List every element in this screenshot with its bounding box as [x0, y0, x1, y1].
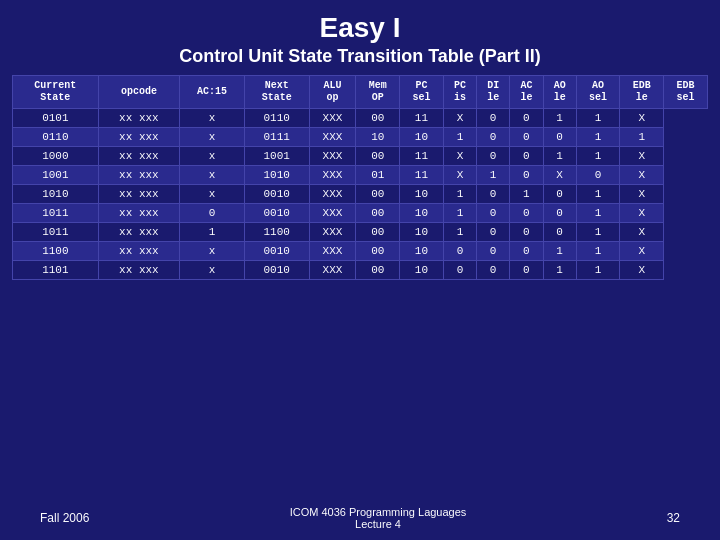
- table-cell: X: [620, 147, 664, 166]
- table-cell: 00: [356, 185, 400, 204]
- table-cell: 0: [477, 128, 510, 147]
- table-cell: 1: [576, 147, 620, 166]
- table-cell: 0: [543, 185, 576, 204]
- table-cell: 1: [576, 261, 620, 280]
- table-cell: X: [620, 261, 664, 280]
- table-cell: 0110: [13, 128, 99, 147]
- table-cell: x: [180, 128, 245, 147]
- table-cell: X: [443, 147, 476, 166]
- page-subtitle: Control Unit State Transition Table (Par…: [0, 46, 720, 75]
- col-header-edb-le: EDBle: [620, 76, 664, 109]
- table-cell: 01: [356, 166, 400, 185]
- table-cell: 11: [400, 147, 444, 166]
- col-header-ao-le: AOle: [543, 76, 576, 109]
- table-row: 1011xx xxx11100XXX001010001X: [13, 223, 708, 242]
- table-cell: 00: [356, 147, 400, 166]
- table-cell: 11: [400, 109, 444, 128]
- table-cell: 1: [620, 128, 664, 147]
- table-cell: 00: [356, 109, 400, 128]
- table-cell: 0: [477, 185, 510, 204]
- table-cell: xx xxx: [98, 109, 179, 128]
- table-cell: 1010: [13, 185, 99, 204]
- table-cell: 0: [576, 166, 620, 185]
- table-cell: 0: [510, 109, 543, 128]
- table-cell: XXX: [309, 166, 356, 185]
- table-cell: 0010: [244, 261, 309, 280]
- table-cell: XXX: [309, 109, 356, 128]
- table-cell: xx xxx: [98, 128, 179, 147]
- table-cell: 1100: [244, 223, 309, 242]
- table-row: 0110xx xxxx0111XXX1010100011: [13, 128, 708, 147]
- table-cell: xx xxx: [98, 147, 179, 166]
- table-cell: X: [620, 242, 664, 261]
- table-cell: xx xxx: [98, 166, 179, 185]
- table-cell: X: [443, 166, 476, 185]
- table-cell: 10: [400, 261, 444, 280]
- table-cell: 0: [510, 128, 543, 147]
- table-cell: 1011: [13, 223, 99, 242]
- page-title: Easy I: [0, 0, 720, 46]
- table-cell: 0010: [244, 242, 309, 261]
- table-cell: xx xxx: [98, 204, 179, 223]
- table-cell: 1001: [13, 166, 99, 185]
- table-row: 1010xx xxxx0010XXX001010101X: [13, 185, 708, 204]
- table-cell: 1001: [244, 147, 309, 166]
- table-cell: XXX: [309, 204, 356, 223]
- table-cell: 1: [180, 223, 245, 242]
- table-cell: 1: [543, 261, 576, 280]
- table-cell: x: [180, 109, 245, 128]
- table-cell: 0: [477, 242, 510, 261]
- table-cell: X: [620, 109, 664, 128]
- col-header-current-state: CurrentState: [13, 76, 99, 109]
- col-header-mem-op: MemOP: [356, 76, 400, 109]
- table-cell: 00: [356, 261, 400, 280]
- table-cell: 0: [477, 147, 510, 166]
- table-cell: 0: [510, 166, 543, 185]
- footer-left: Fall 2006: [40, 511, 89, 525]
- footer-center-line1: ICOM 4036 Programming Laguages: [290, 506, 467, 518]
- table-cell: x: [180, 242, 245, 261]
- table-cell: 1: [443, 128, 476, 147]
- col-header-next-state: NextState: [244, 76, 309, 109]
- table-cell: x: [180, 185, 245, 204]
- table-row: 0101xx xxxx0110XXX0011X0011X: [13, 109, 708, 128]
- table-cell: xx xxx: [98, 185, 179, 204]
- table-cell: 00: [356, 204, 400, 223]
- col-header-opcode: opcode: [98, 76, 179, 109]
- col-header-ac-le: ACle: [510, 76, 543, 109]
- table-cell: XXX: [309, 185, 356, 204]
- table-container: CurrentState opcode AC:15 NextState ALUo…: [0, 75, 720, 280]
- table-cell: 1: [576, 109, 620, 128]
- table-cell: 10: [400, 185, 444, 204]
- table-cell: 1101: [13, 261, 99, 280]
- table-cell: 1: [443, 204, 476, 223]
- table-cell: 1: [576, 185, 620, 204]
- table-cell: 1011: [13, 204, 99, 223]
- table-cell: 1: [543, 147, 576, 166]
- table-cell: X: [620, 166, 664, 185]
- table-cell: 1: [443, 223, 476, 242]
- table-cell: 0: [443, 261, 476, 280]
- table-cell: xx xxx: [98, 261, 179, 280]
- table-cell: xx xxx: [98, 223, 179, 242]
- table-cell: 0010: [244, 204, 309, 223]
- table-cell: x: [180, 166, 245, 185]
- table-cell: 0: [477, 223, 510, 242]
- table-cell: XXX: [309, 147, 356, 166]
- table-cell: 0: [477, 109, 510, 128]
- table-row: 1100xx xxxx0010XXX001000011X: [13, 242, 708, 261]
- table-cell: 0: [543, 223, 576, 242]
- table-cell: 1: [576, 223, 620, 242]
- footer-right: 32: [667, 511, 680, 525]
- table-cell: 0111: [244, 128, 309, 147]
- table-cell: 1: [576, 128, 620, 147]
- table-cell: 0: [510, 223, 543, 242]
- table-cell: X: [620, 223, 664, 242]
- state-transition-table: CurrentState opcode AC:15 NextState ALUo…: [12, 75, 708, 280]
- col-header-di-le: DIle: [477, 76, 510, 109]
- table-cell: 1: [543, 109, 576, 128]
- table-cell: 0: [180, 204, 245, 223]
- col-header-alu-op: ALUop: [309, 76, 356, 109]
- table-cell: 0010: [244, 185, 309, 204]
- col-header-edb-sel: EDBsel: [664, 76, 708, 109]
